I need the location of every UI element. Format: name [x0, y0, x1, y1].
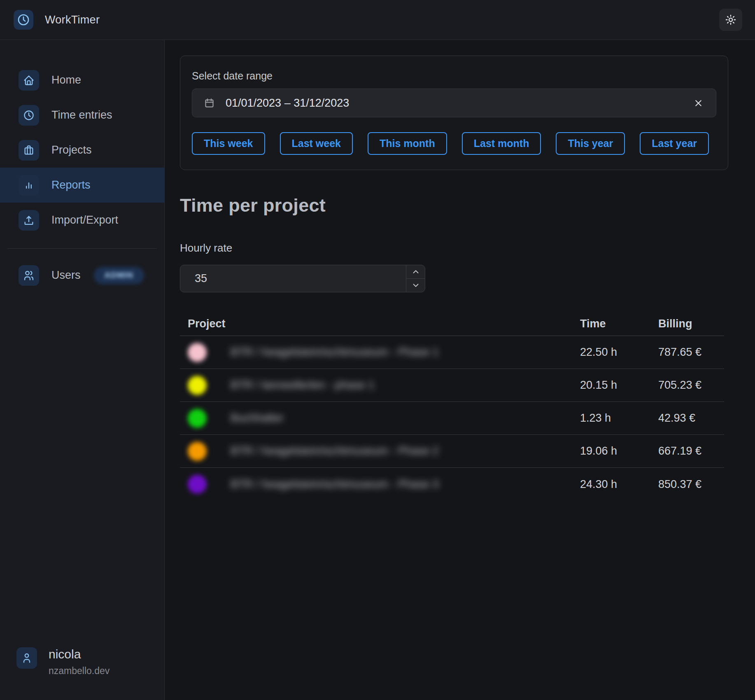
table-row[interactable]: BTR / heagelsteinrischtmuseum - Phase 1 … [180, 336, 724, 369]
sidebar-item-projects[interactable]: Projects [0, 133, 164, 168]
sidebar-item-reports[interactable]: Reports [0, 168, 164, 203]
user-domain: nzambello.dev [49, 665, 110, 677]
stepper-down-button[interactable] [406, 278, 425, 292]
date-range-input[interactable]: 01/01/2023 – 31/12/2023 [192, 89, 716, 117]
time-value: 22.50 h [580, 346, 658, 359]
project-color-dot [188, 376, 207, 395]
close-icon [693, 98, 704, 108]
column-header-time: Time [580, 317, 658, 330]
clock-icon [17, 13, 30, 26]
upload-icon [23, 215, 35, 226]
chevron-down-icon [411, 281, 420, 290]
page-title: Time per project [180, 195, 755, 216]
sidebar-item-label: Projects [51, 144, 92, 156]
sidebar-item-label: Reports [51, 179, 91, 191]
sidebar-item-label: Home [51, 74, 81, 86]
user-icon [21, 652, 33, 664]
sidebar-item-time-entries[interactable]: Time entries [0, 98, 164, 133]
time-value: 24.30 h [580, 478, 658, 491]
current-user[interactable]: nicola nzambello.dev [0, 647, 164, 700]
table-row[interactable]: Buchhalter 1.23 h 42.93 € [180, 402, 724, 435]
project-color-dot [188, 442, 207, 461]
users-icon [23, 270, 35, 281]
project-color-dot [188, 343, 207, 362]
briefcase-icon [23, 145, 35, 156]
home-icon [23, 75, 35, 86]
preset-last-month-button[interactable]: Last month [462, 132, 541, 155]
main-content: Select date range 01/01/2023 – 31/12/202… [165, 40, 755, 700]
date-range-label: Select date range [192, 70, 716, 82]
time-value: 1.23 h [580, 412, 658, 425]
date-range-value: 01/01/2023 – 31/12/2023 [226, 97, 692, 110]
app-title: WorkTimer [45, 14, 100, 26]
hourly-rate-input[interactable]: 35 [180, 265, 425, 292]
sidebar-item-label: Import/Export [51, 214, 118, 226]
date-presets: This week Last week This month Last mont… [192, 132, 716, 155]
table-row[interactable]: BTR / heagelsteinrischtmuseum - Phase 3 … [180, 468, 724, 501]
hourly-rate-stepper [406, 265, 425, 292]
app-logo [14, 10, 33, 30]
billing-value: 705.23 € [658, 379, 724, 392]
date-range-card: Select date range 01/01/2023 – 31/12/202… [180, 56, 728, 170]
sidebar-item-label: Time entries [51, 109, 112, 121]
column-header-project: Project [188, 317, 580, 330]
project-name-redacted: BTR / heagelsteinrischtmuseum - Phase 3 [231, 478, 439, 491]
sidebar-divider [7, 248, 157, 249]
project-color-dot [188, 475, 207, 494]
billing-value: 850.37 € [658, 478, 724, 491]
project-color-dot [188, 409, 207, 428]
clock-icon [23, 110, 35, 121]
preset-this-month-button[interactable]: This month [368, 132, 447, 155]
hourly-rate-label: Hourly rate [180, 242, 755, 254]
preset-last-year-button[interactable]: Last year [640, 132, 709, 155]
time-value: 20.15 h [580, 379, 658, 392]
project-name-redacted: BTR / lanneellerlen - phase 1 [231, 379, 375, 392]
billing-value: 42.93 € [658, 412, 724, 425]
time-per-project-table: Project Time Billing BTR / heagelsteinri… [180, 312, 724, 501]
calendar-icon [204, 98, 215, 109]
admin-badge: ADMIN [94, 267, 144, 284]
sun-icon [725, 14, 736, 26]
project-name-redacted: BTR / heagelsteinrischtmuseum - Phase 1 [231, 346, 439, 359]
stepper-up-button[interactable] [406, 265, 425, 278]
column-header-billing: Billing [658, 317, 724, 330]
sidebar-item-home[interactable]: Home [0, 63, 164, 98]
table-row[interactable]: BTR / heagelsteinrischtmuseum - Phase 2 … [180, 435, 724, 468]
table-row[interactable]: BTR / lanneellerlen - phase 1 20.15 h 70… [180, 369, 724, 402]
user-name: nicola [49, 647, 110, 661]
table-header: Project Time Billing [180, 312, 724, 336]
billing-value: 667.19 € [658, 445, 724, 457]
bar-chart-icon [23, 180, 35, 191]
sidebar-item-label: Users [51, 269, 81, 282]
chevron-up-icon [411, 267, 420, 276]
preset-this-year-button[interactable]: This year [556, 132, 625, 155]
project-name-redacted: BTR / heagelsteinrischtmuseum - Phase 2 [231, 445, 439, 457]
preset-last-week-button[interactable]: Last week [280, 132, 353, 155]
sidebar-item-import-export[interactable]: Import/Export [0, 203, 164, 238]
theme-toggle-button[interactable] [719, 9, 742, 31]
sidebar-item-users[interactable]: Users ADMIN [0, 258, 164, 293]
time-value: 19.06 h [580, 445, 658, 457]
project-name-redacted: Buchhalter [231, 412, 284, 425]
clear-date-range-button[interactable] [692, 96, 705, 110]
app-header: WorkTimer [0, 0, 755, 40]
preset-this-week-button[interactable]: This week [192, 132, 265, 155]
sidebar: Home Time entries Projects [0, 40, 165, 700]
hourly-rate-value[interactable]: 35 [180, 265, 406, 292]
billing-value: 787.65 € [658, 346, 724, 359]
